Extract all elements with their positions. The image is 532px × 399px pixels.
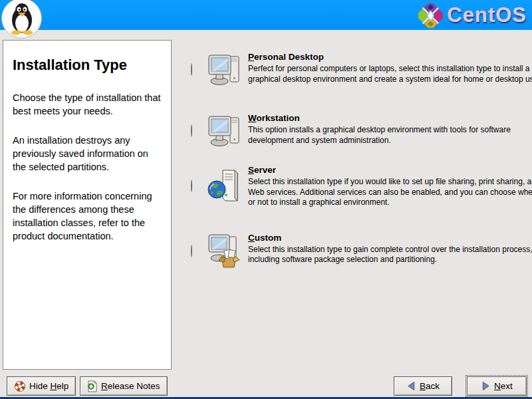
help-paragraph: An installation destroys any previously …	[13, 134, 162, 174]
next-label: Next	[494, 381, 513, 391]
option-custom[interactable]: Custom Select this installation type to …	[191, 233, 523, 270]
back-button[interactable]: Back	[394, 376, 452, 396]
option-label: Server	[248, 165, 532, 175]
option-description: Select this installation type if you wou…	[248, 177, 532, 208]
radio-server[interactable]	[191, 180, 192, 192]
centos-symbol-icon	[418, 3, 443, 28]
radio-workstation[interactable]	[191, 124, 192, 137]
tux-penguin-icon	[8, 2, 36, 35]
back-arrow-icon	[406, 381, 416, 391]
installation-type-options: Personal Desktop Perfect for personal co…	[191, 52, 523, 270]
option-personal-desktop[interactable]: Personal Desktop Perfect for personal co…	[191, 52, 523, 88]
tux-logo-badge	[1, 0, 42, 39]
hide-help-label: Hide Help	[29, 381, 68, 391]
option-label: Personal Desktop	[248, 52, 532, 62]
option-description: Select this installation type to gain co…	[248, 245, 532, 265]
back-label: Back	[420, 381, 440, 391]
option-description: This option installs a graphical desktop…	[248, 125, 532, 146]
release-notes-icon	[87, 380, 98, 392]
release-notes-button[interactable]: Release Notes	[80, 376, 168, 396]
radio-personal-desktop[interactable]	[191, 63, 192, 76]
help-panel: Installation Type Choose the type of ins…	[3, 40, 172, 370]
option-label: Custom	[248, 233, 532, 243]
brand-wordmark: CentOS	[447, 3, 527, 27]
option-server[interactable]: Server Select this installation type if …	[191, 165, 523, 208]
desktop-computer-icon	[207, 52, 241, 88]
hide-help-button[interactable]: Hide Help	[7, 376, 76, 396]
next-arrow-icon	[481, 381, 491, 391]
centos-brand: CentOS	[418, 3, 527, 28]
server-tower-globe-icon	[207, 168, 241, 205]
workstation-computer-icon	[207, 113, 241, 149]
option-description: Perfect for personal computers or laptop…	[248, 64, 532, 84]
option-label: Workstation	[248, 113, 532, 123]
help-paragraph: For more information concerning the diff…	[13, 190, 162, 243]
help-paragraph: Choose the type of installation that bes…	[13, 91, 162, 118]
life-buoy-icon	[14, 380, 26, 392]
page-title: Installation Type	[13, 57, 162, 74]
radio-custom[interactable]	[191, 245, 192, 257]
release-notes-label: Release Notes	[101, 381, 160, 391]
option-workstation[interactable]: Workstation This option installs a graph…	[191, 113, 523, 149]
next-button[interactable]: Next	[467, 376, 527, 396]
computer-open-box-icon	[207, 233, 241, 270]
